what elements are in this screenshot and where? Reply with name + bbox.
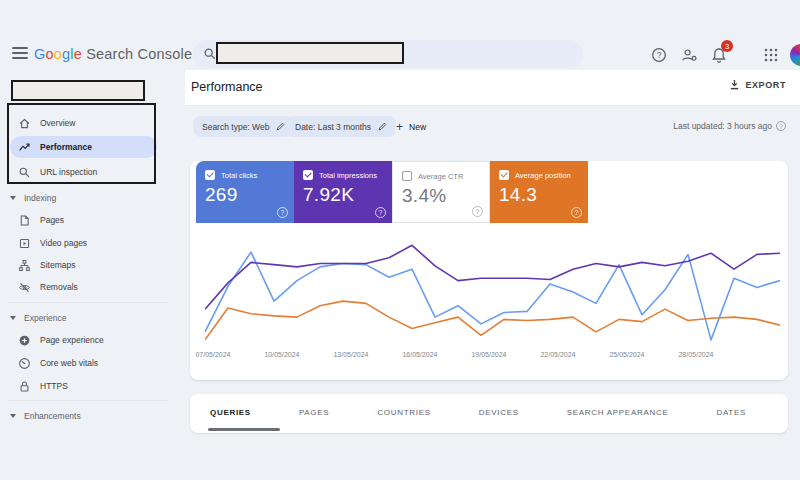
edit-pencil-icon <box>378 122 387 131</box>
metric-value: 14.3 <box>490 180 588 206</box>
metric-label: Average CTR <box>418 172 463 181</box>
chart-line-average-position <box>205 301 780 340</box>
hamburger-menu-icon[interactable] <box>12 47 28 60</box>
metric-label: Average position <box>515 171 571 180</box>
chip-label: Search type: Web <box>202 122 269 132</box>
new-label: New <box>409 122 426 132</box>
removals-icon <box>18 281 31 294</box>
core-web-vitals-icon <box>18 357 31 370</box>
sidebar-item-pages[interactable]: Pages <box>10 209 157 231</box>
google-logo-letter: o <box>45 46 53 62</box>
search-icon <box>203 47 217 61</box>
help-circle-icon[interactable]: ? <box>776 121 786 131</box>
metric-value: 269 <box>196 180 294 206</box>
sidebar-item-removals[interactable]: Removals <box>10 276 157 298</box>
sidebar-item-page-experience[interactable]: Page experience <box>10 329 157 351</box>
apps-grid-icon[interactable] <box>760 44 782 66</box>
active-tab-underline <box>208 428 280 432</box>
performance-chart-card: Total clicks 269 ? Total impressions 7.9… <box>190 161 788 380</box>
checkbox-unchecked-icon[interactable] <box>402 171 412 181</box>
account-avatar[interactable] <box>790 44 800 66</box>
svg-text:?: ? <box>657 50 662 60</box>
pages-icon <box>18 214 31 227</box>
tab-dates[interactable]: DATES <box>716 408 746 417</box>
checkbox-checked-icon[interactable] <box>303 170 313 180</box>
property-name-redaction-box <box>11 80 145 101</box>
sidebar-section-enhancements[interactable]: Enhancements <box>10 408 81 424</box>
chevron-down-icon <box>10 316 16 320</box>
app-logo[interactable]: Google Search Console <box>34 46 192 62</box>
filter-chip-search-type[interactable]: Search type: Web <box>193 116 294 137</box>
sidebar-item-label: Performance <box>40 142 92 152</box>
google-logo-letter: o <box>54 46 62 62</box>
tab-search-appearance[interactable]: SEARCH APPEARANCE <box>567 408 669 417</box>
help-circle-icon[interactable]: ? <box>472 206 483 217</box>
metric-card-average-position[interactable]: Average position 14.3 ? <box>490 161 588 223</box>
section-label: Indexing <box>24 193 56 203</box>
x-axis-tick-label: 13/05/2024 <box>327 351 375 358</box>
performance-icon <box>18 141 31 154</box>
metric-card-average-ctr[interactable]: Average CTR 3.4% ? <box>392 161 490 223</box>
metric-card-total-impressions[interactable]: Total impressions 7.92K ? <box>294 161 392 223</box>
x-axis-tick-label: 19/05/2024 <box>465 351 513 358</box>
sidebar-item-label: Video pages <box>40 238 87 248</box>
metric-value: 7.92K <box>294 180 392 206</box>
sidebar-item-label: URL inspection <box>40 167 97 177</box>
help-icon[interactable]: ? <box>648 44 670 66</box>
page-header: Performance EXPORT <box>185 70 800 106</box>
top-bar: Google Search Console ? 3 <box>0 0 800 70</box>
sidebar-item-performance[interactable]: Performance <box>10 136 157 158</box>
metric-label: Total clicks <box>221 171 257 180</box>
tab-devices[interactable]: DEVICES <box>479 408 519 417</box>
export-button[interactable]: EXPORT <box>729 79 786 90</box>
sidebar-item-label: Overview <box>40 118 75 128</box>
x-axis-tick-label: 28/05/2024 <box>672 351 720 358</box>
metric-label: Total impressions <box>319 171 377 180</box>
sitemaps-icon <box>18 259 31 272</box>
sidebar-item-video-pages[interactable]: Video pages <box>10 232 157 254</box>
sidebar-item-label: Pages <box>40 215 64 225</box>
tab-pages[interactable]: PAGES <box>299 408 329 417</box>
edit-pencil-icon <box>276 122 285 131</box>
x-axis-tick-label: 07/05/2024 <box>189 351 237 358</box>
sidebar-item-core-web-vitals[interactable]: Core web vitals <box>10 352 157 374</box>
plus-icon: + <box>396 120 403 134</box>
home-icon <box>18 117 31 130</box>
sidebar-item-overview[interactable]: Overview <box>10 112 157 134</box>
tab-countries[interactable]: COUNTRIES <box>377 408 430 417</box>
sidebar-item-label: Sitemaps <box>40 260 75 270</box>
sidebar-item-https[interactable]: HTTPS <box>10 375 157 397</box>
metric-value: 3.4% <box>393 181 489 207</box>
x-axis-tick-label: 10/05/2024 <box>258 351 306 358</box>
performance-chart[interactable] <box>205 235 780 349</box>
sidebar-item-label: Page experience <box>40 335 104 345</box>
sidebar-item-label: Core web vitals <box>40 358 98 368</box>
page-title: Performance <box>191 80 263 94</box>
sidebar-item-sitemaps[interactable]: Sitemaps <box>10 254 157 276</box>
tab-queries[interactable]: QUERIES <box>210 408 251 417</box>
sidebar-section-experience[interactable]: Experience <box>10 310 67 326</box>
new-filter-button[interactable]: + New <box>396 116 426 137</box>
manage-users-icon[interactable] <box>678 44 700 66</box>
help-circle-icon[interactable]: ? <box>277 207 288 218</box>
export-label: EXPORT <box>745 80 786 90</box>
help-circle-icon[interactable]: ? <box>375 207 386 218</box>
sidebar-section-indexing[interactable]: Indexing <box>10 190 56 206</box>
https-lock-icon <box>18 380 31 393</box>
x-axis-tick-label: 16/05/2024 <box>396 351 444 358</box>
x-axis-tick-label: 25/05/2024 <box>603 351 651 358</box>
x-axis-tick-label: 22/05/2024 <box>534 351 582 358</box>
checkbox-checked-icon[interactable] <box>205 170 215 180</box>
google-logo-letter: e <box>74 46 82 62</box>
metric-card-total-clicks[interactable]: Total clicks 269 ? <box>196 161 294 223</box>
checkbox-checked-icon[interactable] <box>499 170 509 180</box>
sidebar-item-label: HTTPS <box>40 381 68 391</box>
sidebar-item-url-inspection[interactable]: URL inspection <box>10 161 157 183</box>
chevron-down-icon <box>10 196 16 200</box>
help-circle-icon[interactable]: ? <box>571 207 582 218</box>
video-pages-icon <box>18 237 31 250</box>
section-label: Enhancements <box>24 411 81 421</box>
notification-count-badge: 3 <box>721 40 733 52</box>
filter-chip-date-range[interactable]: Date: Last 3 months <box>286 116 396 137</box>
notifications-icon[interactable]: 3 <box>708 44 730 66</box>
